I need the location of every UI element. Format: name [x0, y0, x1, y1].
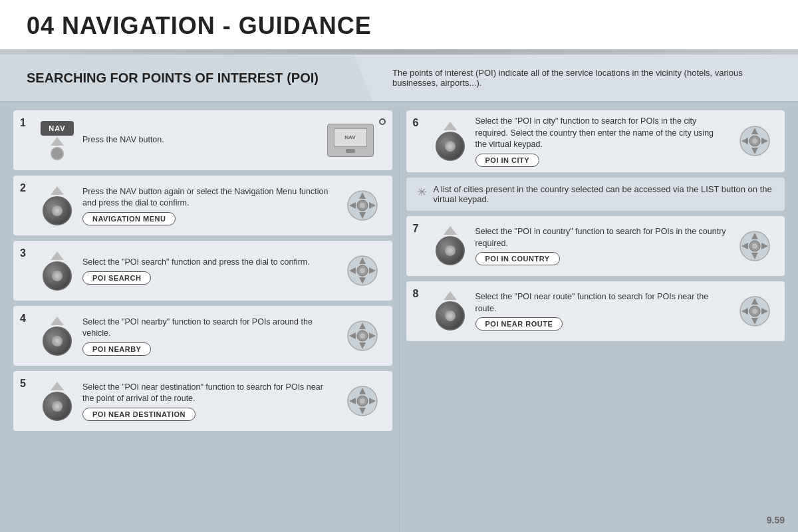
step-8: 8 Select the "POI near route" function t…	[406, 281, 785, 341]
step-6-dpad	[732, 124, 778, 158]
step-3-button: POI SEARCH	[82, 271, 151, 285]
step-6-button: POI IN CITY	[475, 154, 540, 167]
step-4-dpad	[339, 319, 386, 352]
svg-point-27	[360, 398, 365, 404]
step-7: 7 Select the "POI in country" function t…	[406, 216, 785, 276]
section-title-box: SEARCHING FOR POINTS OF INTEREST (POI)	[0, 55, 372, 101]
arrow-icon	[51, 186, 64, 195]
arrow-icon	[51, 137, 64, 146]
step-7-icon-area	[430, 226, 470, 265]
step-5-number: 5	[20, 376, 32, 390]
dpad-icon	[738, 295, 771, 328]
step-1-text: Press the NAV button.	[82, 134, 322, 146]
page-title: 04 NAVIGATION - GUIDANCE	[27, 12, 372, 40]
step-4-text: Select the "POI nearby" function to sear…	[82, 317, 334, 340]
step-6-icon-area	[430, 122, 470, 161]
svg-point-13	[360, 268, 365, 273]
step-6-text: Select the "POI in city" function to sea…	[475, 116, 727, 151]
dial-icon	[436, 301, 465, 331]
arrow-icon	[444, 291, 457, 300]
svg-point-6	[360, 203, 365, 208]
step-5-content: Select the "POI near destination" functi…	[82, 382, 334, 421]
step-4-number: 4	[20, 311, 32, 325]
svg-point-34	[752, 138, 757, 144]
step-4: 4 Select the "POI nearby" function to se…	[13, 306, 392, 366]
device-screen: NAV	[334, 128, 367, 147]
step-8-icon-area	[430, 291, 470, 331]
arrow-icon	[51, 251, 64, 260]
dial-icon	[43, 261, 72, 291]
step-3-content: Select the "POI search" function and pre…	[82, 257, 334, 285]
step-1: 1 NAV Press the NAV button. NAV	[13, 110, 392, 170]
note-text: A list of cities present in the country …	[434, 184, 775, 204]
step-2-content: Press the NAV button again or select the…	[82, 186, 334, 225]
step-7-text: Select the "POI in country" function to …	[475, 226, 727, 249]
arrow-icon	[51, 382, 64, 390]
step-3-icon-area	[37, 251, 77, 291]
step-2: 2 Press the NAV button again or select t…	[13, 176, 392, 235]
right-column: 6 Select the "POI in city" function to s…	[399, 110, 785, 532]
step-3-dpad	[339, 254, 386, 287]
dpad-icon	[346, 189, 379, 222]
step-2-text: Press the NAV button again or select the…	[82, 186, 334, 209]
step-1-content: Press the NAV button.	[82, 134, 322, 146]
sub-header: SEARCHING FOR POINTS OF INTEREST (POI) T…	[0, 55, 798, 102]
dial-icon	[43, 196, 72, 225]
step-2-dpad	[339, 189, 386, 222]
step-3: 3 Select the "POI search" function and p…	[13, 241, 392, 301]
device-screen-label: NAV	[344, 134, 355, 140]
step-4-button: POI NEARBY	[82, 342, 151, 356]
target-circle	[379, 118, 386, 125]
header: 04 NAVIGATION - GUIDANCE	[0, 0, 798, 49]
step-5-dpad	[339, 384, 386, 418]
step-1-icon-area: NAV	[37, 121, 77, 160]
arrow-icon	[444, 122, 457, 130]
step-1-number: 1	[20, 116, 32, 129]
dpad-icon	[738, 229, 771, 263]
step-5-button: POI NEAR DESTINATION	[82, 408, 196, 421]
svg-point-20	[360, 333, 365, 338]
step-8-content: Select the "POI near route" function to …	[475, 291, 727, 331]
step-2-button: NAVIGATION MENU	[82, 212, 176, 225]
step-3-text: Select the "POI search" function and pre…	[82, 257, 334, 269]
svg-point-41	[752, 243, 757, 249]
device-image: NAV	[327, 124, 374, 157]
dpad-icon	[346, 254, 379, 287]
arrow-icon	[51, 317, 64, 325]
note-icon: ✳	[417, 185, 427, 200]
step-2-number: 2	[20, 181, 32, 194]
device-button	[346, 149, 355, 153]
dpad-icon	[346, 319, 379, 352]
dial-icon	[436, 236, 465, 265]
step-1-device-image: NAV	[327, 124, 374, 157]
dial-icon	[43, 327, 72, 356]
page-number: 9.59	[767, 515, 785, 525]
step-5-icon-area	[37, 382, 77, 421]
step-4-icon-area	[37, 317, 77, 356]
main-content: 1 NAV Press the NAV button. NAV	[0, 102, 798, 532]
header-divider	[0, 49, 798, 55]
step-5-text: Select the "POI near destination" functi…	[82, 382, 334, 405]
step-1-target-dot	[379, 116, 386, 125]
svg-point-48	[752, 309, 757, 314]
dial-small-icon	[51, 147, 64, 160]
step-7-button: POI IN COUNTRY	[475, 252, 560, 265]
step-8-button: POI NEAR ROUTE	[475, 317, 563, 331]
step-7-content: Select the "POI in country" function to …	[475, 226, 727, 265]
step-4-content: Select the "POI nearby" function to sear…	[82, 317, 334, 356]
dial-icon	[436, 132, 465, 161]
step-7-number: 7	[413, 221, 425, 235]
arrow-icon	[444, 226, 457, 235]
dial-icon	[43, 392, 72, 421]
description-text: The points of interest (POI) indicate al…	[392, 68, 778, 88]
step-7-dpad	[732, 229, 778, 263]
step-6-number: 6	[413, 116, 425, 129]
step-5: 5 Select the "POI near destination" func…	[13, 371, 392, 431]
step-6-content: Select the "POI in city" function to sea…	[475, 116, 727, 167]
note-row: ✳ A list of cities present in the countr…	[406, 178, 785, 211]
step-6: 6 Select the "POI in city" function to s…	[406, 110, 785, 172]
step-8-dpad	[732, 295, 778, 328]
step-8-number: 8	[413, 287, 425, 300]
nav-button-icon: NAV	[41, 121, 73, 136]
left-column: 1 NAV Press the NAV button. NAV	[13, 110, 399, 532]
